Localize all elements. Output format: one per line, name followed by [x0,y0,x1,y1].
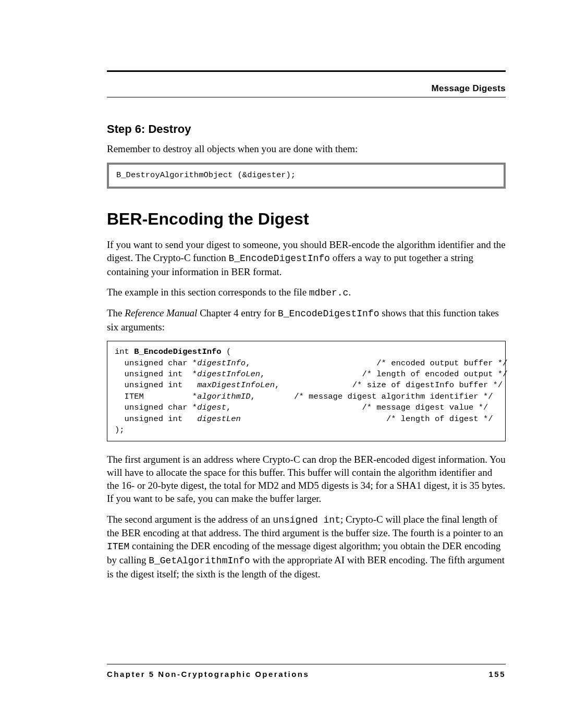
sig: unsigned char * [115,403,197,412]
sig: , /* message digest algorithm identifier… [250,392,493,401]
sig: unsigned int [115,414,197,424]
text: The second argument is the address of an [107,514,273,525]
sig-param: digestLen [197,414,241,424]
inline-code: mdber.c [309,288,349,298]
sig: ); [115,425,125,435]
sig: ( [222,347,231,356]
sig-param: algorithmID [197,392,250,401]
footer-rule [107,664,506,664]
italic-text: Reference Manual [125,307,197,318]
section-p2: The example in this section corresponds … [107,286,506,300]
inline-code: unsigned int [273,515,340,525]
section-p4: The first argument is an address where C… [107,453,506,505]
step-heading: Step 6: Destroy [107,122,506,136]
text: The example in this section corresponds … [107,287,309,298]
sig-param: digestInfoLen [197,369,260,379]
inline-code: B_GetAlgorithmInfo [149,556,250,566]
sig-param: digest [197,403,226,412]
running-header: Message Digests [107,83,506,94]
sig-param: maxDigestInfoLen [197,380,275,390]
top-rule [107,70,506,72]
footer-chapter: Chapter 5 Non-Cryptographic Operations [107,670,309,678]
sig-funcname: B_EncodeDigestInfo [134,347,221,356]
sig: /* length of digest */ [241,414,493,424]
inline-code: B_EncodeDigestInfo [278,309,379,319]
sig: , /* size of digestInfo buffer */ [275,380,503,390]
inline-code: B_EncodeDigestInfo [228,253,329,264]
footer-page-number: 155 [488,670,506,678]
section-p1: If you want to send your digest to someo… [107,238,506,278]
sig-param: digestInfo [197,359,246,368]
step-intro: Remember to destroy all objects when you… [107,142,506,155]
code-destroy: B_DestroyAlgorithmObject (&digester); [107,163,506,189]
sig: , /* length of encoded output */ [260,369,507,379]
section-heading: BER-Encoding the Digest [107,209,506,229]
text: . [348,287,351,298]
sig: , /* message digest value */ [226,403,488,412]
sig: unsigned int * [115,369,197,379]
text: Chapter 4 entry for [197,307,278,318]
code-signature: int B_EncodeDigestInfo ( unsigned char *… [107,341,506,441]
section-p5: The second argument is the address of an… [107,513,506,581]
sig: unsigned int [115,380,197,390]
sig: int [115,347,134,356]
inline-code: ITEM [107,541,129,552]
sig: unsigned char * [115,359,197,368]
sig: ITEM * [115,392,197,401]
page: Message Digests Step 6: Destroy Remember… [0,0,563,728]
text: The [107,307,125,318]
page-footer: Chapter 5 Non-Cryptographic Operations 1… [107,664,506,678]
header-rule [107,97,506,97]
section-p3: The Reference Manual Chapter 4 entry for… [107,306,506,334]
sig: , /* encoded output buffer */ [246,359,507,368]
